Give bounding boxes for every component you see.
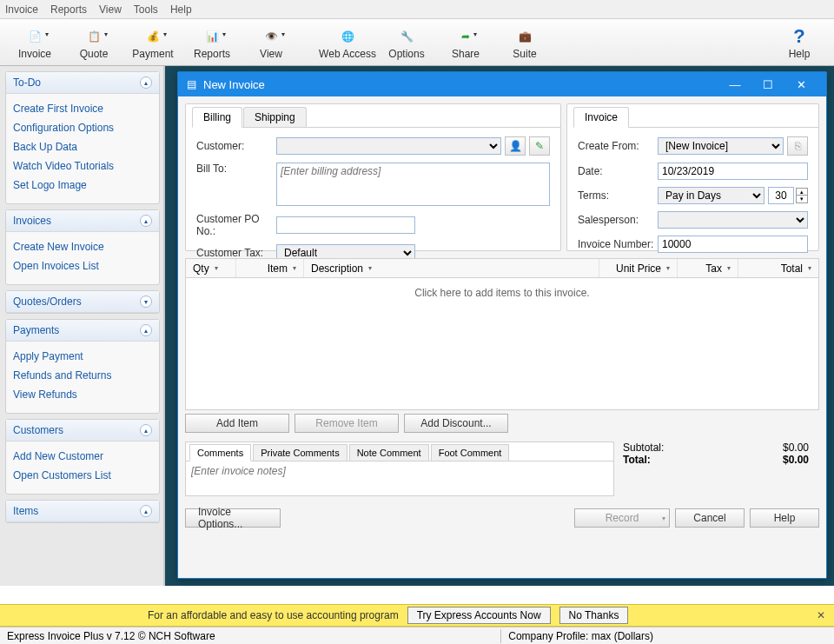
date-input[interactable] <box>658 163 808 180</box>
toolbar-invoice[interactable]: 📄▾Invoice <box>5 21 64 64</box>
sidebar-open-invoices[interactable]: Open Invoices List <box>13 256 152 276</box>
menu-invoice[interactable]: Invoice <box>5 3 38 16</box>
sidebar-config-options[interactable]: Configuration Options <box>13 118 152 137</box>
status-profile: Company Profile: max (Dollars) <box>508 630 653 642</box>
panel-customers-header[interactable]: Customers▴ <box>6 420 159 442</box>
spinner-down[interactable]: ▾ <box>796 196 808 203</box>
sidebar-backup-data[interactable]: Back Up Data <box>13 137 152 156</box>
menu-bar: Invoice Reports View Tools Help <box>0 0 834 19</box>
quote-icon: 📋 <box>88 30 101 43</box>
chevron-down-icon: ▾ <box>368 264 372 272</box>
toolbar-help[interactable]: ?Help <box>770 21 829 64</box>
menu-reports[interactable]: Reports <box>50 3 87 16</box>
sidebar-set-logo[interactable]: Set Logo Image <box>13 176 152 195</box>
spinner-up[interactable]: ▴ <box>796 188 808 196</box>
payment-icon: 💰 <box>147 30 160 43</box>
col-total[interactable]: Total▾ <box>738 259 818 277</box>
sidebar-watch-tutorials[interactable]: Watch Video Tutorials <box>13 156 152 176</box>
toolbar-view[interactable]: 👁️▾View <box>242 21 301 64</box>
sidebar-apply-payment[interactable]: Apply Payment <box>13 347 152 366</box>
createfrom-copy-button[interactable]: ⎘ <box>787 136 808 156</box>
menu-view[interactable]: View <box>99 3 122 16</box>
dialog-title: New Invoice <box>203 78 718 91</box>
maximize-button[interactable]: ☐ <box>751 78 784 91</box>
toolbar-quote[interactable]: 📋▾Quote <box>64 21 123 64</box>
toolbar-suite[interactable]: 💼Suite <box>495 21 554 64</box>
col-desc[interactable]: Description▾ <box>304 259 599 277</box>
tab-shipping[interactable]: Shipping <box>243 107 307 127</box>
toolbar-payment[interactable]: 💰▾Payment <box>123 21 182 64</box>
no-thanks-button[interactable]: No Thanks <box>559 607 629 624</box>
note-comment-tab[interactable]: Note Comment <box>349 444 429 461</box>
chevron-up-icon: ▴ <box>140 424 152 436</box>
cancel-button[interactable]: Cancel <box>675 508 745 528</box>
col-item[interactable]: Item▾ <box>236 259 304 277</box>
panel-quotes-header[interactable]: Quotes/Orders▾ <box>6 291 159 313</box>
new-invoice-dialog: ▤ New Invoice — ☐ ✕ Billing Shipping <box>177 71 827 579</box>
panel-todo-header[interactable]: To-Do▴ <box>6 72 159 94</box>
dropdown-arrow-icon: ▾ <box>163 30 167 38</box>
toolbar-share[interactable]: ➦▾Share <box>436 21 495 64</box>
grid-empty-hint[interactable]: Click here to add items to this invoice. <box>186 278 818 308</box>
panel-quotes: Quotes/Orders▾ <box>5 290 160 314</box>
createfrom-select[interactable]: [New Invoice] <box>658 137 784 155</box>
close-button[interactable]: ✕ <box>784 78 817 91</box>
invoicenum-input[interactable] <box>658 236 808 253</box>
panel-items-header[interactable]: Items▴ <box>6 501 159 522</box>
billto-textarea[interactable] <box>276 163 550 206</box>
toolbar-webaccess[interactable]: 🌐Web Access <box>318 21 377 64</box>
comments-textarea[interactable] <box>188 463 612 491</box>
help-button[interactable]: Help <box>750 508 819 528</box>
dropdown-arrow-icon: ▾ <box>662 515 665 522</box>
panel-items: Items▴ <box>5 500 160 523</box>
remove-item-button[interactable]: Remove Item <box>295 414 399 433</box>
createfrom-label: Create From: <box>578 140 658 152</box>
billto-label: Bill To: <box>196 163 276 175</box>
sidebar-view-refunds[interactable]: View Refunds <box>13 385 152 404</box>
foot-comment-tab[interactable]: Foot Comment <box>431 444 510 461</box>
sidebar-refunds-returns[interactable]: Refunds and Returns <box>13 366 152 385</box>
col-tax[interactable]: Tax▾ <box>678 259 738 277</box>
share-icon: ➦ <box>461 30 470 43</box>
toolbar-options[interactable]: 🔧Options <box>377 21 436 64</box>
promo-text: For an affordable and easy to use accoun… <box>148 609 399 621</box>
dropdown-arrow-icon: ▾ <box>104 30 108 38</box>
menu-help[interactable]: Help <box>170 3 192 16</box>
toolbar: 📄▾Invoice 📋▾Quote 💰▾Payment 📊▾Reports 👁️… <box>0 19 834 66</box>
line-items-grid: Qty▾ Item▾ Description▾ Unit Price▾ Tax▾… <box>185 258 819 410</box>
po-input[interactable] <box>276 216 415 234</box>
comments-tab[interactable]: Comments <box>189 444 251 461</box>
salesperson-select[interactable] <box>658 211 808 229</box>
tab-invoice[interactable]: Invoice <box>573 107 629 128</box>
menu-tools[interactable]: Tools <box>134 3 158 16</box>
dropdown-arrow-icon: ▾ <box>473 30 477 38</box>
customer-edit-button[interactable]: ✎ <box>529 136 550 156</box>
private-comments-tab[interactable]: Private Comments <box>253 444 347 461</box>
minimize-button[interactable]: — <box>718 78 751 91</box>
invoice-options-button[interactable]: Invoice Options... <box>185 508 281 528</box>
sidebar-create-first-invoice[interactable]: Create First Invoice <box>13 99 152 118</box>
record-button[interactable]: Record▾ <box>574 508 670 528</box>
panel-payments-header[interactable]: Payments▴ <box>6 320 159 342</box>
web-icon: 🌐 <box>341 30 354 43</box>
options-icon: 🔧 <box>400 30 414 43</box>
col-price[interactable]: Unit Price▾ <box>599 259 678 277</box>
customer-select[interactable] <box>276 137 501 155</box>
try-accounts-button[interactable]: Try Express Accounts Now <box>407 607 551 624</box>
promo-close-icon[interactable]: ✕ <box>817 609 825 621</box>
sidebar-add-customer[interactable]: Add New Customer <box>13 447 152 466</box>
customer-lookup-button[interactable]: 👤 <box>505 136 526 156</box>
panel-invoices: Invoices▴ Create New Invoice Open Invoic… <box>5 209 160 285</box>
col-qty[interactable]: Qty▾ <box>186 259 236 277</box>
add-discount-button[interactable]: Add Discount... <box>404 414 508 433</box>
panel-invoices-header[interactable]: Invoices▴ <box>6 210 159 232</box>
sidebar-create-invoice[interactable]: Create New Invoice <box>13 237 152 256</box>
sidebar-open-customers[interactable]: Open Customers List <box>13 466 152 485</box>
toolbar-reports[interactable]: 📊▾Reports <box>182 21 242 64</box>
terms-select[interactable]: Pay in Days <box>658 187 764 204</box>
add-item-button[interactable]: Add Item <box>185 414 289 433</box>
total-label: Total: <box>623 454 651 466</box>
terms-days-input[interactable] <box>768 187 794 204</box>
tab-billing[interactable]: Billing <box>192 107 242 128</box>
chevron-down-icon: ▾ <box>727 264 731 272</box>
